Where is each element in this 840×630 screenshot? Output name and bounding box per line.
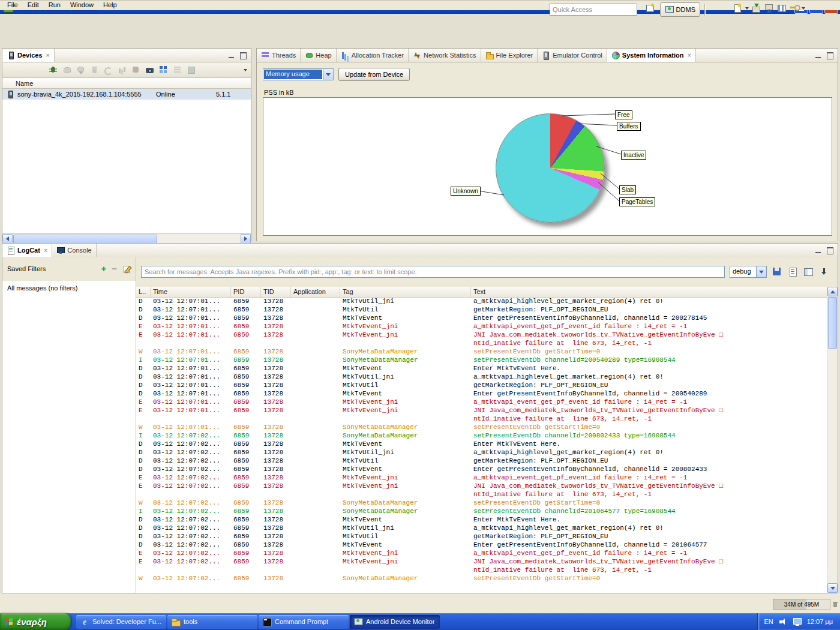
- log-row[interactable]: W03-12 12:07:01...685913728SonyMetaDataM…: [136, 424, 827, 432]
- log-row[interactable]: D03-12 12:07:02...685913728MtkTvEventEnt…: [136, 516, 827, 524]
- preferences-key-icon[interactable]: [789, 3, 799, 13]
- tab-devices[interactable]: Devices ×: [2, 49, 55, 62]
- saved-filters-view-icon[interactable]: [803, 266, 814, 277]
- start-method-profiling-icon[interactable]: [117, 65, 127, 75]
- new-wizard-icon[interactable]: [733, 3, 743, 13]
- log-row[interactable]: D03-12 12:07:01...685913728MtkTvEventEnt…: [136, 365, 827, 373]
- add-filter-icon[interactable]: +: [101, 265, 106, 272]
- key-dropdown-icon[interactable]: [802, 7, 805, 10]
- maximize-view-icon[interactable]: [826, 52, 834, 59]
- column-header-tag[interactable]: Tag: [340, 287, 471, 298]
- log-row[interactable]: D03-12 12:07:01...685913728MtkTvEventEnt…: [136, 390, 827, 398]
- log-level-select[interactable]: debug: [730, 266, 767, 278]
- log-row[interactable]: D03-12 12:07:02...685913728MtkTvUtilgetM…: [136, 533, 827, 541]
- menu-file[interactable]: File: [2, 0, 23, 10]
- scroll-left-arrow-icon[interactable]: [2, 234, 13, 244]
- delete-filter-icon[interactable]: −: [112, 265, 117, 272]
- log-row[interactable]: ntId_1native failure at line 673, i4_ret…: [136, 491, 827, 499]
- import-icon[interactable]: [751, 3, 761, 13]
- tab-threads[interactable]: Threads: [257, 49, 301, 62]
- log-row[interactable]: D03-12 12:07:02...685913728MtkTvEventEnt…: [136, 541, 827, 550]
- start-button[interactable]: έναρξη: [0, 613, 71, 630]
- update-from-device-button[interactable]: Update from Device: [338, 68, 410, 81]
- log-row[interactable]: E03-12 12:07:02...685913728MtkTvEvent_jn…: [136, 558, 827, 566]
- cause-gc-icon[interactable]: [89, 65, 100, 75]
- close-tab-icon[interactable]: ×: [44, 247, 47, 254]
- taskbar-button-command-prompt[interactable]: Command Prompt: [259, 615, 349, 629]
- log-row[interactable]: W03-12 12:07:01...685913728SonyMetaDataM…: [136, 348, 827, 356]
- scroll-up-arrow-icon[interactable]: [827, 287, 838, 296]
- log-row[interactable]: E03-12 12:07:02...685913728MtkTvEvent_jn…: [136, 550, 827, 558]
- stop-process-icon[interactable]: [131, 65, 141, 75]
- log-row[interactable]: ntId_1native failure at line 673, i4_ret…: [136, 340, 827, 348]
- log-row[interactable]: D03-12 12:07:02...685913728MtkTvEventEnt…: [136, 440, 827, 449]
- column-header-text[interactable]: Text: [471, 287, 827, 298]
- menu-window[interactable]: Window: [65, 0, 98, 10]
- update-heap-icon[interactable]: [62, 65, 72, 75]
- log-row[interactable]: D03-12 12:07:02...685913728MtkTvUtil_jni…: [136, 449, 827, 457]
- taskbar-button-tools[interactable]: tools: [167, 615, 257, 629]
- log-row[interactable]: E03-12 12:07:01...685913728MtkTvEvent_jn…: [136, 407, 827, 415]
- debug-process-icon[interactable]: [48, 65, 58, 75]
- network-icon[interactable]: [793, 617, 802, 626]
- log-row[interactable]: D03-12 12:07:02...685913728MtkTvEventEnt…: [136, 466, 827, 474]
- device-row[interactable]: sony-bravia_4k_2015-192.168.1.104:5555 O…: [2, 89, 251, 100]
- log-row[interactable]: I03-12 12:07:02...685913728SonyMetaDataM…: [136, 508, 827, 516]
- menu-run[interactable]: Run: [44, 0, 65, 10]
- edit-filter-icon[interactable]: [122, 265, 131, 273]
- log-row[interactable]: I03-12 12:07:02...685913728SonyMetaDataM…: [136, 432, 827, 440]
- new-wizard-dropdown-icon[interactable]: [745, 7, 749, 10]
- quick-access-input[interactable]: [550, 4, 637, 16]
- close-tab-icon[interactable]: ×: [688, 52, 691, 59]
- tab-heap[interactable]: Heap: [301, 49, 336, 62]
- minimize-view-icon[interactable]: [815, 247, 823, 254]
- select-dropdown-button[interactable]: [756, 266, 766, 277]
- tab-console[interactable]: Console: [52, 244, 96, 257]
- language-indicator[interactable]: EN: [764, 618, 773, 625]
- update-threads-icon[interactable]: [103, 65, 113, 75]
- dump-hprof-icon[interactable]: [76, 65, 86, 75]
- column-header-level[interactable]: L..: [136, 287, 151, 298]
- taskbar-button-browser[interactable]: e Solved: Developer Fu...: [76, 615, 166, 629]
- tab-network-statistics[interactable]: Network Statistics: [409, 49, 481, 62]
- view-menu-icon[interactable]: [244, 69, 247, 71]
- log-row[interactable]: E03-12 12:07:01...685913728MtkTvEvent_jn…: [136, 331, 827, 340]
- log-row[interactable]: E03-12 12:07:01...685913728MtkTvEvent_jn…: [136, 323, 827, 331]
- taskbar-button-android-device-monitor[interactable]: Android Device Monitor: [350, 615, 440, 629]
- tab-system-information[interactable]: System Information ×: [607, 49, 696, 62]
- column-header-tid[interactable]: TID: [261, 287, 291, 298]
- screen-capture-icon[interactable]: [145, 65, 155, 75]
- log-row[interactable]: W03-12 12:07:02...685913728SonyMetaDataM…: [136, 499, 827, 508]
- log-row[interactable]: D03-12 12:07:02...685913728MtkTvUtil_jni…: [136, 524, 827, 533]
- log-row[interactable]: D03-12 12:07:01...685913728MtkTvUtilgetM…: [136, 306, 827, 314]
- volume-icon[interactable]: [778, 617, 788, 626]
- log-row[interactable]: D03-12 12:07:01...685913728MtkTvUtil_jni…: [136, 298, 827, 306]
- log-row[interactable]: W03-12 12:07:02...685913728SonyMetaDataM…: [136, 575, 827, 583]
- log-row[interactable]: D03-12 12:07:01...685913728MtkTvUtilgetM…: [136, 382, 827, 390]
- log-row[interactable]: D03-12 12:07:01...685913728MtkTvUtil_jni…: [136, 373, 827, 382]
- menu-help[interactable]: Help: [98, 0, 122, 10]
- log-row[interactable]: D03-12 12:07:02...685913728MtkTvUtilgetM…: [136, 457, 827, 466]
- column-header-application[interactable]: Application: [291, 287, 340, 298]
- minimize-view-icon[interactable]: [815, 52, 823, 59]
- logcat-search-input[interactable]: [141, 266, 725, 278]
- hierarchy-view-icon[interactable]: [158, 65, 169, 75]
- ddms-perspective-button[interactable]: DDMS: [660, 2, 700, 17]
- tab-logcat[interactable]: LogCat ×: [2, 244, 52, 257]
- open-perspective-icon[interactable]: [645, 3, 655, 13]
- log-row[interactable]: ntId_1native failure at line 673, i4_ret…: [136, 415, 827, 424]
- column-header-pid[interactable]: PID: [231, 287, 261, 298]
- column-header-time[interactable]: Time: [151, 287, 231, 298]
- devices-name-column-header[interactable]: Name: [2, 78, 251, 89]
- menu-edit[interactable]: Edit: [23, 0, 44, 10]
- log-row[interactable]: ntId_1native failure at line 673, i4_ret…: [136, 566, 827, 575]
- log-row[interactable]: D03-12 12:07:01...685913728MtkTvEventEnt…: [136, 314, 827, 323]
- tab-emulator-control[interactable]: Emulator Control: [538, 49, 607, 62]
- run-garbage-collector-icon[interactable]: [832, 601, 839, 608]
- logcat-vertical-scrollbar[interactable]: [827, 287, 838, 593]
- tab-allocation-tracker[interactable]: Allocation Tracker: [337, 49, 409, 62]
- scroll-to-end-icon[interactable]: [818, 266, 829, 277]
- clock[interactable]: 12:07 μμ: [807, 618, 833, 625]
- vertical-scrollbar-thumb[interactable]: [828, 297, 837, 349]
- save-log-icon[interactable]: [772, 266, 782, 277]
